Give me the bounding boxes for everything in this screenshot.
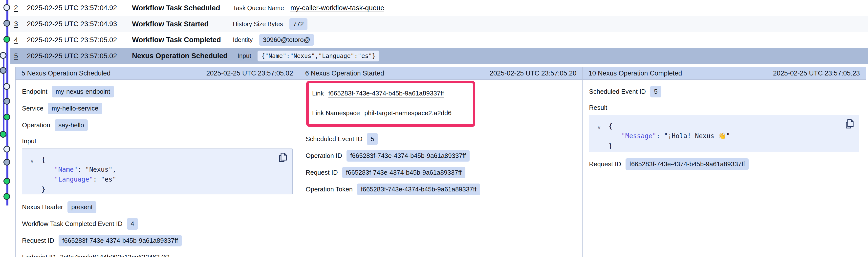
task-queue-link[interactable]: my-caller-workflow-task-queue [290, 4, 384, 12]
field-request-id: Request ID f665283f-743e-4374-b45b-9a61a… [306, 167, 576, 178]
timeline [0, 0, 15, 260]
field-label: Operation ID [306, 152, 342, 160]
operation-token-badge: f665283f-743e-4374-b45b-9a61a89337ff [357, 184, 480, 195]
request-id-badge: f665283f-743e-4374-b45b-9a61a89337ff [59, 235, 182, 247]
event-timestamp: 2025-02-25 UTC 23:57:04.92 [27, 4, 132, 12]
link-event-link[interactable]: f665283f-743e-4374-b45b-9a61a89337ff [328, 89, 444, 97]
event-name: Workflow Task Completed [132, 36, 223, 44]
field-label: Endpoint ID [22, 253, 56, 257]
event-row-4[interactable]: 4 2025-02-25 UTC 23:57:05.02 Workflow Ta… [10, 32, 868, 48]
panel-nexus-operation-scheduled: 5 Nexus Operation Scheduled 2025-02-25 U… [16, 67, 299, 257]
panel-header: 5 Nexus Operation Scheduled 2025-02-25 U… [16, 67, 299, 80]
panel-body: Link f665283f-743e-4374-b45b-9a61a89337f… [299, 81, 583, 195]
wtc-event-id-badge: 4 [127, 218, 138, 230]
panel-header: 10 Nexus Operation Completed 2025-02-25 … [583, 67, 866, 80]
panel-timestamp: 2025-02-25 UTC 23:57:05.23 [773, 70, 860, 77]
panel-body: Scheduled Event ID 5 Result ∨ { "Message… [583, 80, 866, 170]
panel-nexus-operation-started: 6 Nexus Operation Started 2025-02-25 UTC… [299, 67, 583, 257]
json-separator: : [656, 132, 664, 140]
scheduled-event-id-badge: 5 [650, 86, 661, 98]
field-operation-token: Operation Token f665283f-743e-4374-b45b-… [306, 184, 576, 195]
event-detail-panels: 5 Nexus Operation Scheduled 2025-02-25 U… [15, 67, 866, 257]
copy-icon[interactable] [279, 153, 287, 162]
endpoint-id-link[interactable]: 3c0c75ccfa8144b092c13ce632463761 [60, 253, 170, 257]
json-line: "Language": "es" [41, 175, 285, 184]
panel-header: 6 Nexus Operation Started 2025-02-25 UTC… [299, 67, 583, 80]
event-name: Nexus Operation Scheduled [132, 52, 228, 60]
timeline-node-scheduled-icon [0, 52, 6, 59]
event-detail-label: History Size Bytes [233, 21, 283, 28]
field-link: Link f665283f-743e-4374-b45b-9a61a89337f… [312, 88, 467, 99]
collapse-chevron-icon[interactable]: ∨ [597, 122, 601, 133]
json-value: "¡Hola! Nexus 👋" [664, 132, 730, 140]
timeline-node-scheduled-icon [3, 83, 10, 90]
json-key: "Name" [54, 166, 78, 173]
field-label: Operation [22, 121, 50, 129]
event-id-link[interactable]: 4 [14, 36, 27, 44]
event-timestamp: 2025-02-25 UTC 23:57:04.93 [27, 20, 132, 28]
link-highlight-box: Link f665283f-743e-4374-b45b-9a61a89337f… [306, 81, 475, 127]
field-request-id: Request ID f665283f-743e-4374-b45b-9a61a… [589, 158, 859, 170]
event-detail-label: Task Queue Name [233, 4, 284, 11]
timeline-node-started-icon [3, 20, 10, 27]
collapse-chevron-icon[interactable]: ∨ [30, 156, 34, 166]
panel-title: 5 Nexus Operation Scheduled [22, 70, 111, 77]
json-close-brace: } [609, 142, 613, 149]
timeline-node-started-icon [0, 67, 6, 74]
operation-badge: say-hello [55, 119, 88, 131]
field-link-namespace: Link Namespace phil-target-namespace2.a2… [312, 108, 467, 118]
result-label: Result [589, 104, 859, 111]
panel-title: 6 Nexus Operation Started [305, 70, 384, 77]
json-separator: : [93, 176, 101, 183]
operation-id-badge: f665283f-743e-4374-b45b-9a61a89337ff [346, 150, 470, 161]
input-json-viewer: ∨ { "Name": "Nexus", "Language": "es" } [22, 149, 292, 194]
event-id-link[interactable]: 3 [14, 20, 27, 28]
timeline-node-completed-icon [3, 36, 10, 43]
request-id-badge: f665283f-743e-4374-b45b-9a61a89337ff [625, 158, 749, 170]
timeline-node-completed-icon [3, 178, 10, 185]
input-payload-badge: {"Name":"Nexus","Language":"es"} [257, 50, 379, 62]
json-key: "Language" [54, 176, 93, 183]
field-endpoint: Endpoint my-nexus-endpoint [22, 86, 292, 98]
event-id-link[interactable]: 2 [14, 4, 27, 12]
input-label: Input [22, 138, 292, 145]
identity-badge: 30960@totoro@ [259, 34, 314, 46]
event-row-2[interactable]: 2 2025-02-25 UTC 23:57:04.92 Workflow Ta… [10, 0, 868, 16]
link-namespace-link[interactable]: phil-target-namespace2.a2dd6 [364, 109, 452, 117]
event-id-link[interactable]: 5 [14, 52, 27, 60]
timeline-node-scheduled-icon [3, 4, 10, 11]
nexus-header-badge: present [67, 201, 96, 213]
event-timestamp: 2025-02-25 UTC 23:57:05.02 [27, 36, 132, 44]
field-label: Request ID [589, 160, 621, 168]
request-id-badge: f665283f-743e-4374-b45b-9a61a89337ff [342, 167, 465, 178]
scheduled-event-id-badge: 5 [367, 133, 378, 145]
field-wtc-event-id: Workflow Task Completed Event ID 4 [22, 218, 292, 230]
timeline-node-completed-icon [0, 131, 6, 138]
field-label: Request ID [22, 237, 54, 245]
event-row-3[interactable]: 3 2025-02-25 UTC 23:57:04.93 Workflow Ta… [10, 16, 868, 32]
json-close-brace: } [41, 186, 45, 193]
timeline-node-started-icon [3, 98, 10, 105]
event-row-5-selected[interactable]: 5 2025-02-25 UTC 23:57:05.02 Nexus Opera… [10, 48, 868, 64]
json-line: "Message": "¡Hola! Nexus 👋" [609, 131, 852, 141]
field-scheduled-event-id: Scheduled Event ID 5 [589, 86, 859, 98]
json-value: "es" [101, 176, 116, 183]
event-detail-label: Input [238, 52, 251, 60]
panel-nexus-operation-completed: 10 Nexus Operation Completed 2025-02-25 … [582, 67, 866, 257]
json-separator: : [78, 166, 85, 173]
field-label: Scheduled Event ID [306, 135, 363, 143]
event-name: Workflow Task Scheduled [132, 4, 223, 12]
panel-body: Endpoint my-nexus-endpoint Service my-he… [16, 80, 299, 257]
field-operation: Operation say-hello [22, 119, 292, 131]
service-badge: my-hello-service [48, 103, 102, 114]
copy-icon[interactable] [845, 119, 854, 128]
field-endpoint-id: Endpoint ID 3c0c75ccfa8144b092c13ce63246… [22, 252, 292, 257]
field-label: Operation Token [306, 186, 353, 193]
panel-title: 10 Nexus Operation Completed [588, 70, 682, 77]
field-label: Service [22, 105, 43, 112]
timeline-node-started-icon [3, 159, 10, 165]
timeline-node-completed-icon [3, 114, 10, 120]
event-history-rows: 2 2025-02-25 UTC 23:57:04.92 Workflow Ta… [10, 0, 868, 64]
field-label: Workflow Task Completed Event ID [22, 220, 123, 228]
history-size-badge: 772 [289, 18, 307, 30]
